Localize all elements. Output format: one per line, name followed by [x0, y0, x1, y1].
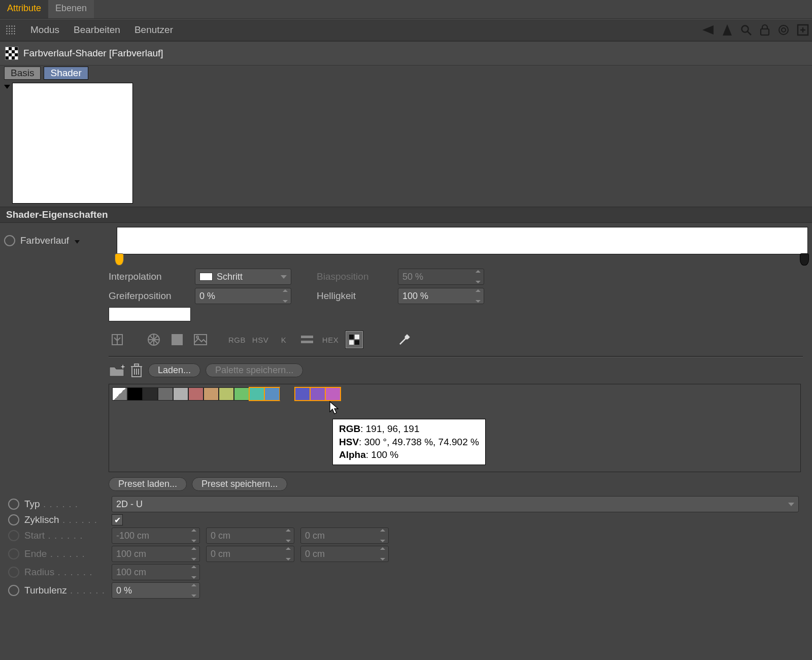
- palette-swatch[interactable]: [204, 387, 219, 401]
- palette-swatch[interactable]: [234, 387, 249, 401]
- gradient-handle-right[interactable]: [800, 253, 809, 266]
- menu-user[interactable]: Benutzer: [127, 24, 180, 36]
- load-preset-button[interactable]: Preset laden...: [109, 477, 187, 491]
- mode-hsv-button[interactable]: HSV: [252, 331, 269, 348]
- svg-marker-1: [723, 24, 732, 36]
- param-knob-type[interactable]: [8, 499, 19, 510]
- palette-swatch[interactable]: [173, 387, 188, 401]
- chevron-down-icon: [788, 503, 794, 506]
- clamp-icon[interactable]: [109, 331, 126, 348]
- svg-rect-18: [194, 335, 207, 345]
- palette-swatch[interactable]: [310, 387, 325, 401]
- palette-swatch[interactable]: [188, 387, 204, 401]
- label-bias: Biasposition: [317, 271, 393, 282]
- svg-point-2: [742, 26, 749, 32]
- palette-swatch[interactable]: [158, 387, 173, 401]
- param-knob-end: [8, 548, 19, 559]
- palette-box: RGB: 191, 96, 191 HSV: 300 °, 49.738 %, …: [109, 384, 801, 472]
- save-preset-button[interactable]: Preset speichern...: [192, 477, 287, 491]
- mode-hex-button[interactable]: HEX: [322, 331, 339, 348]
- spectrum-icon[interactable]: [168, 331, 186, 348]
- swatch-white-icon: [199, 273, 213, 281]
- svg-point-19: [196, 336, 198, 338]
- trash-icon[interactable]: [130, 362, 143, 378]
- gradient-handle-left[interactable]: [115, 253, 124, 266]
- palette-swatch[interactable]: [325, 387, 341, 401]
- palette-swatch[interactable]: [264, 387, 280, 401]
- mouse-cursor-icon: [328, 401, 340, 415]
- collapse-preview-icon[interactable]: [4, 85, 10, 89]
- palette-swatch[interactable]: [127, 387, 143, 401]
- label-knot-position: Greiferposition: [109, 290, 190, 302]
- checkbox-cyclic[interactable]: ✔: [112, 514, 123, 525]
- nav-up-icon[interactable]: [722, 23, 733, 37]
- label-cyclic: Zyklisch: [24, 514, 59, 525]
- color-tooltip: RGB: 191, 96, 191 HSV: 300 °, 49.738 %, …: [332, 419, 486, 465]
- dropdown-type[interactable]: 2D - U: [112, 496, 799, 512]
- current-color-swatch[interactable]: [109, 307, 191, 321]
- save-palette-button[interactable]: Palette speichern...: [206, 364, 303, 377]
- field-end-y: 0 cm: [206, 546, 294, 562]
- label-radius: Radius: [24, 567, 54, 577]
- field-start-z: 0 cm: [300, 527, 389, 544]
- gradient-bar[interactable]: [117, 227, 808, 254]
- field-end-z: 0 cm: [300, 546, 389, 562]
- section-shader-props: Shader-Eigenschaften: [0, 207, 812, 223]
- param-knob-cyclic[interactable]: [8, 514, 19, 525]
- field-turbulence[interactable]: 0 %: [112, 582, 200, 599]
- palette-swatch[interactable]: [249, 387, 264, 401]
- mode-k-button[interactable]: K: [275, 331, 292, 348]
- svg-rect-23: [355, 335, 359, 339]
- label-brightness: Helligkeit: [317, 290, 393, 302]
- palette-swatch[interactable]: [280, 387, 295, 401]
- palette-swatch[interactable]: [295, 387, 310, 401]
- svg-rect-32: [134, 364, 139, 366]
- svg-text:+: +: [121, 363, 125, 371]
- label-end: Ende: [24, 548, 47, 559]
- param-knob-start: [8, 530, 19, 541]
- palette-swatch[interactable]: [219, 387, 234, 401]
- param-knob-turbulence[interactable]: [8, 585, 19, 596]
- view-grid-icon[interactable]: [5, 24, 16, 36]
- lock-icon[interactable]: [759, 24, 770, 36]
- svg-rect-4: [761, 29, 769, 35]
- palette-swatch[interactable]: [143, 387, 158, 401]
- field-radius: 100 cm: [112, 564, 200, 580]
- tab-attribute[interactable]: Attribute: [0, 0, 48, 18]
- shader-preview[interactable]: [12, 83, 133, 204]
- menu-bar: Modus Bearbeiten Benutzer: [0, 19, 812, 42]
- menu-edit[interactable]: Bearbeiten: [66, 24, 127, 36]
- shader-title: Farbverlauf-Shader [Farbverlauf]: [23, 48, 163, 59]
- svg-rect-20: [301, 336, 313, 338]
- tab-layers[interactable]: Ebenen: [48, 0, 94, 18]
- svg-point-6: [782, 28, 786, 32]
- color-wheel-icon[interactable]: [145, 331, 162, 348]
- eyedropper-icon[interactable]: [396, 331, 413, 348]
- field-knot-position[interactable]: 0 %: [195, 288, 291, 304]
- target-icon[interactable]: [777, 24, 790, 36]
- add-panel-icon[interactable]: [797, 24, 809, 36]
- dropdown-interpolation[interactable]: Schritt: [195, 269, 291, 285]
- svg-rect-21: [301, 341, 313, 343]
- nav-back-icon[interactable]: [701, 24, 715, 36]
- gradient-menu-icon[interactable]: [75, 240, 80, 244]
- field-end-x: 100 cm: [112, 546, 200, 562]
- label-gradient: Farbverlauf: [20, 235, 112, 246]
- subtab-basis[interactable]: Basis: [4, 67, 41, 80]
- new-folder-icon[interactable]: +: [109, 363, 125, 377]
- chevron-down-icon: [281, 275, 287, 279]
- label-start: Start: [24, 530, 45, 541]
- mode-swatches-button[interactable]: [345, 331, 363, 349]
- mode-rgb-button[interactable]: RGB: [228, 331, 246, 348]
- image-icon[interactable]: [192, 331, 209, 348]
- palette-swatch[interactable]: [112, 387, 127, 401]
- menu-mode[interactable]: Modus: [23, 24, 66, 36]
- shader-checker-icon: [5, 47, 18, 60]
- mode-sliders-icon[interactable]: [298, 331, 316, 348]
- subtab-shader[interactable]: Shader: [44, 67, 88, 80]
- field-brightness[interactable]: 100 %: [398, 288, 484, 304]
- param-knob-gradient[interactable]: [4, 235, 15, 246]
- svg-marker-0: [702, 25, 714, 35]
- search-icon[interactable]: [740, 24, 752, 36]
- load-palette-button[interactable]: Laden...: [148, 364, 200, 377]
